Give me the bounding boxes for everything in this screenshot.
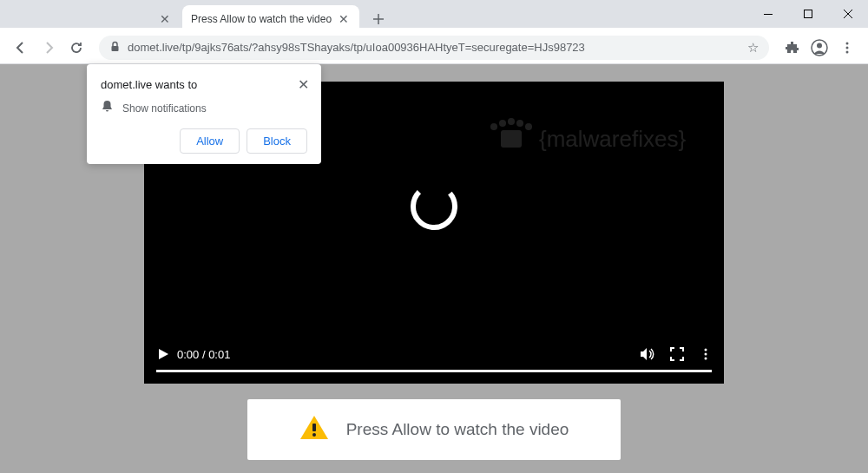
volume-button[interactable] bbox=[639, 346, 654, 362]
play-button[interactable] bbox=[156, 347, 170, 361]
bookmark-star-icon[interactable]: ☆ bbox=[747, 40, 759, 56]
video-progress-bar[interactable] bbox=[156, 370, 712, 372]
loading-spinner-icon bbox=[406, 179, 462, 238]
browser-tab-1[interactable]: Press Allow to watch the video ✕ bbox=[182, 5, 359, 33]
svg-point-20 bbox=[312, 433, 316, 437]
svg-point-16 bbox=[705, 349, 707, 351]
forward-button[interactable] bbox=[36, 36, 61, 60]
lock-icon bbox=[109, 40, 121, 56]
svg-point-15 bbox=[406, 179, 462, 234]
maximize-button[interactable] bbox=[788, 0, 828, 28]
svg-point-17 bbox=[705, 353, 707, 356]
minimize-button[interactable] bbox=[748, 0, 788, 28]
url-text: domet.live/tp/9ajks76ats/?ahsy98sTShayak… bbox=[128, 41, 747, 54]
video-time-display: 0:00 / 0:01 bbox=[177, 348, 230, 361]
svg-rect-2 bbox=[112, 46, 119, 51]
instruction-text: Press Allow to watch the video bbox=[346, 420, 569, 439]
reload-button[interactable] bbox=[64, 36, 89, 60]
svg-rect-19 bbox=[312, 424, 316, 431]
svg-point-10 bbox=[508, 118, 515, 125]
svg-point-4 bbox=[817, 43, 822, 48]
close-tab-icon[interactable]: ✕ bbox=[337, 12, 351, 26]
svg-point-5 bbox=[846, 42, 849, 44]
popup-request-text: Show notifications bbox=[122, 102, 207, 115]
fullscreen-button[interactable] bbox=[670, 347, 684, 361]
tab-strip: ✕ Press Allow to watch the video ✕ bbox=[7, 7, 391, 31]
svg-point-9 bbox=[499, 120, 506, 127]
browser-tab-0[interactable]: ✕ bbox=[7, 5, 181, 33]
instruction-banner: Press Allow to watch the video bbox=[247, 399, 621, 460]
bell-icon bbox=[101, 100, 114, 116]
svg-point-7 bbox=[846, 50, 849, 53]
more-options-button[interactable] bbox=[700, 348, 712, 360]
warning-icon bbox=[299, 415, 329, 444]
tab-title: Press Allow to watch the video bbox=[191, 13, 332, 25]
notification-permission-popup: ✕ domet.live wants to Show notifications… bbox=[87, 64, 321, 164]
video-controls: 0:00 / 0:01 bbox=[144, 338, 724, 384]
back-button[interactable] bbox=[9, 36, 33, 60]
svg-point-18 bbox=[705, 358, 707, 360]
svg-point-11 bbox=[516, 120, 523, 127]
popup-origin-text: domet.live wants to bbox=[101, 78, 307, 91]
close-tab-icon[interactable]: ✕ bbox=[158, 12, 172, 26]
svg-rect-13 bbox=[501, 130, 522, 148]
address-bar[interactable]: domet.live/tp/9ajks76ats/?ahsy98sTShayak… bbox=[99, 36, 769, 60]
allow-button[interactable]: Allow bbox=[180, 128, 240, 154]
watermark: {malwarefixes} bbox=[477, 116, 711, 172]
profile-button[interactable] bbox=[807, 36, 832, 60]
svg-rect-0 bbox=[764, 14, 773, 15]
menu-button[interactable] bbox=[835, 36, 859, 60]
block-button[interactable]: Block bbox=[247, 128, 307, 154]
svg-point-6 bbox=[846, 46, 849, 49]
svg-point-8 bbox=[490, 123, 497, 130]
toolbar: domet.live/tp/9ajks76ats/?ahsy98sTShayak… bbox=[0, 31, 868, 64]
svg-text:{malwarefixes}: {malwarefixes} bbox=[539, 126, 686, 152]
svg-rect-1 bbox=[805, 10, 812, 18]
new-tab-button[interactable] bbox=[366, 7, 391, 31]
extensions-button[interactable] bbox=[779, 36, 804, 60]
close-window-button[interactable] bbox=[828, 0, 868, 28]
close-popup-icon[interactable]: ✕ bbox=[298, 76, 309, 93]
svg-point-12 bbox=[525, 123, 532, 130]
